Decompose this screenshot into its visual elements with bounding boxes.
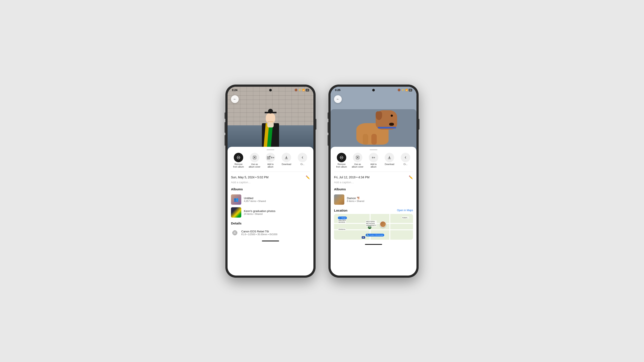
bottom-sheet-1: Removefrom album Use asalbum cover ≡+ Ad… [228, 147, 314, 276]
download-icon-2 [385, 153, 394, 162]
album-info-untitled: Untitled 4,657 items • Shared [244, 197, 266, 202]
back-button-1[interactable]: ← [231, 95, 239, 103]
action-use-as-cover-2[interactable]: Use asalbum cover [350, 153, 365, 168]
action-download-1[interactable]: Download [279, 153, 294, 168]
camera-specs: f/1.8 • 1/2500 • 35.00mm • ISO200 [241, 233, 277, 236]
open-in-maps-button[interactable]: Open in Maps [397, 209, 413, 212]
graduation-photo [228, 87, 314, 151]
svg-point-11 [234, 232, 236, 234]
date-row-2: Fri, Jul 12, 2019 • 4:34 PM ✏️ [330, 175, 416, 179]
walden-woods-label: WALDENWOODS [338, 219, 346, 223]
status-bar-2: 3:25 🔕 ⚡ 📶 88 [330, 87, 416, 93]
meijer-marker: 🛒 Meijer [338, 217, 347, 219]
photo-pin [380, 221, 386, 227]
album-info-kenn: Kenn's graduation photos 24 items • Shar… [244, 209, 276, 215]
albums-section-title-2: Albums [330, 187, 416, 191]
back-arrow-icon-2: ← [336, 97, 340, 101]
remove-album-icon-2 [337, 153, 346, 162]
album-name-kenn: Kenn's graduation photos [244, 209, 276, 213]
caption-1[interactable]: Add a caption… [228, 181, 314, 184]
add-to-album-label-1: Add toalbum [268, 163, 274, 168]
dog-photo [330, 87, 416, 151]
status-time-2: 3:25 [335, 88, 340, 92]
use-as-cover-label-1: Use asalbum cover [248, 163, 260, 168]
action-remove-from-album-2[interactable]: Removefrom album [334, 153, 349, 168]
add-to-album-icon-2: ≡+ [369, 153, 378, 162]
status-icons-2: 🔕 ⚡ 📶 88 [398, 89, 412, 91]
action-add-to-album-1[interactable]: ≡+ Add toalbum [263, 153, 278, 168]
actions-row-2: Removefrom album Use asalbum cover ≡+ Ad… [330, 153, 416, 168]
album-sub-untitled: 4,657 items • Shared [244, 200, 266, 202]
oshtemo-label: Oshtemo [338, 228, 346, 230]
album-sub-damon: 8 items • Shared [347, 200, 364, 202]
nav-indicator-2 [365, 244, 382, 245]
download-icon-1 [282, 153, 291, 162]
camera-dot-1 [269, 89, 272, 91]
action-download-2[interactable]: Download [382, 153, 397, 168]
nav-bar-1 [228, 238, 314, 244]
svg-marker-17 [357, 157, 358, 158]
album-info-damon: Damon 🐕 8 items • Shared [347, 197, 364, 202]
remove-album-icon-1 [234, 153, 243, 162]
action-add-to-album-2[interactable]: ≡+ Add toalbum [366, 153, 381, 168]
album-thumb-kenn [231, 207, 241, 218]
more-icon-2 [401, 153, 410, 162]
action-use-as-cover-1[interactable]: Use asalbum cover [247, 153, 262, 168]
album-item-kenn[interactable]: Kenn's graduation photos 24 items • Shar… [228, 206, 314, 219]
action-more-1[interactable]: Cr... [295, 153, 310, 168]
wmu-label: WESTERNMICHIGANUNIVERSITY [366, 220, 377, 227]
album-sub-kenn: 24 items • Shared [244, 213, 276, 215]
phone-2: 3:25 🔕 ⚡ 📶 88 [328, 84, 418, 278]
more-label-2: Cr... [404, 163, 408, 166]
map-preview[interactable]: 131 94 Oshtemo WALDENWOODS WESTERNMICHIG… [334, 214, 413, 240]
camera-dot-2 [372, 89, 375, 91]
download-label-2: Download [385, 163, 394, 166]
album-name-untitled: Untitled [244, 197, 266, 200]
use-as-cover-icon-1 [250, 153, 259, 162]
sheet-handle-2 [370, 149, 378, 150]
interstate-94-marker: 94 [362, 236, 365, 239]
date-row-1: Sun, May 5, 2024 • 5:02 PM ✏️ [228, 175, 314, 179]
date-text-2: Fri, Jul 12, 2019 • 4:34 PM [334, 176, 370, 179]
edit-icon-2[interactable]: ✏️ [409, 175, 413, 179]
edit-icon-1[interactable]: ✏️ [306, 175, 310, 179]
albums-section-title-1: Albums [228, 187, 314, 191]
location-header: Location Open in Maps [330, 209, 416, 212]
more-icon-1 [298, 153, 307, 162]
camera-icon [231, 229, 239, 237]
action-remove-from-album-1[interactable]: Removefrom album [231, 153, 246, 168]
camera-details-row: Canon EOS Rebel T6i f/1.8 • 1/2500 • 35.… [228, 227, 314, 238]
caption-2[interactable]: Add a caption… [330, 181, 416, 184]
svg-point-12 [233, 231, 236, 235]
map-background: 131 94 Oshtemo WALDENWOODS WESTERNMICHIG… [334, 214, 413, 240]
divider-1 [231, 172, 310, 172]
costco-marker: 🏪 Costco Wholesale [366, 234, 384, 237]
nav-indicator-1 [262, 241, 279, 241]
phone-1: 3:24 🔕 ⚡ 📶 88 [226, 84, 316, 278]
use-as-cover-icon-2 [353, 153, 362, 162]
status-time-1: 3:24 [232, 88, 238, 92]
album-name-damon: Damon 🐕 [347, 197, 364, 200]
album-thumb-untitled: 👥 [231, 194, 241, 205]
status-bar-1: 3:24 🔕 ⚡ 📶 88 [228, 87, 314, 93]
album-thumb-damon [334, 194, 344, 205]
album-item-damon[interactable]: Damon 🐕 8 items • Shared [330, 193, 416, 206]
divider-2 [334, 172, 413, 172]
photo-area-2: ← [330, 87, 416, 151]
back-button-2[interactable]: ← [334, 95, 342, 103]
sheet-handle-1 [266, 149, 274, 150]
status-icons-1: 🔕 ⚡ 📶 88 [294, 89, 309, 91]
back-arrow-icon-1: ← [233, 97, 236, 101]
bottom-sheet-2: Removefrom album Use asalbum cover ≡+ Ad… [330, 147, 416, 276]
actions-row-1: Removefrom album Use asalbum cover ≡+ Ad… [228, 153, 314, 168]
remove-album-label-1: Removefrom album [233, 163, 244, 168]
svg-marker-3 [254, 157, 256, 158]
more-label-1: Cr... [300, 163, 304, 166]
download-label-1: Download [282, 163, 291, 166]
album-item-untitled[interactable]: 👥 Untitled 4,657 items • Shared [228, 193, 314, 206]
photo-area-1: ← [228, 87, 314, 151]
location-title: Location [334, 209, 348, 212]
action-more-2[interactable]: Cr... [398, 153, 413, 168]
remove-album-label-2: Removefrom album [336, 163, 347, 168]
add-to-album-icon-1: ≡+ [266, 153, 275, 162]
